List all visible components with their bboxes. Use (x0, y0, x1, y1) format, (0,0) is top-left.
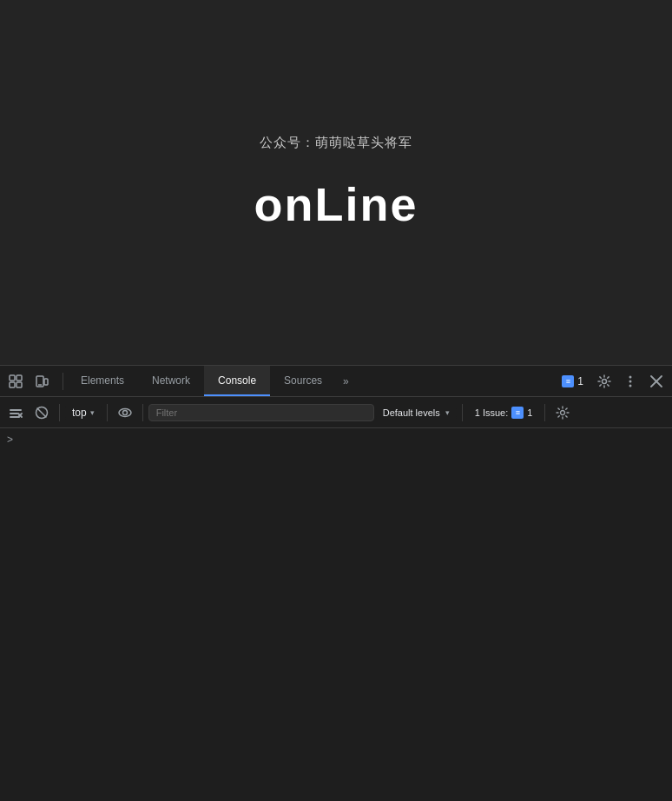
levels-chevron-icon: ▾ (445, 408, 450, 417)
svg-point-9 (629, 380, 632, 382)
inspect-icon[interactable] (3, 369, 28, 394)
console-toolbar: top ▾ Default levels ▾ 1 Issue: ≡ 1 (0, 397, 672, 428)
svg-point-22 (561, 410, 565, 414)
devtools-left-icons (3, 369, 54, 394)
svg-rect-14 (10, 413, 18, 414)
device-icon[interactable] (30, 369, 54, 394)
close-icon[interactable] (644, 369, 669, 394)
context-chevron-icon: ▾ (90, 408, 95, 417)
console-prompt-row: > (0, 432, 672, 447)
svg-point-8 (629, 375, 632, 378)
svg-rect-13 (10, 409, 22, 411)
tab-network[interactable]: Network (138, 366, 204, 396)
console-content: > (0, 428, 672, 801)
toolbar-divider-1 (59, 404, 60, 421)
issues-count-icon: ≡ (511, 407, 524, 419)
tabs-list: Elements Network Console Sources » (67, 366, 555, 396)
devtools-tabbar: Elements Network Console Sources » ≡ 1 (0, 366, 672, 397)
tab-more-button[interactable]: » (336, 366, 356, 396)
levels-selector[interactable]: Default levels ▾ (376, 406, 457, 420)
block-icon[interactable] (30, 400, 54, 425)
filter-input[interactable] (148, 404, 374, 421)
devtools-panel: Elements Network Console Sources » ≡ 1 (0, 365, 672, 801)
eye-icon[interactable] (113, 400, 137, 425)
tabbar-divider (63, 373, 63, 390)
page-content: 公众号：萌萌哒草头将军 onLine (0, 0, 672, 365)
levels-label: Default levels (383, 407, 440, 418)
svg-point-21 (122, 410, 127, 414)
tab-elements[interactable]: Elements (67, 366, 138, 396)
filter-input-wrap (148, 404, 374, 421)
context-selector[interactable]: top ▾ (65, 405, 102, 420)
issues-count: 1 (527, 407, 532, 418)
console-prompt-icon: > (7, 434, 13, 446)
settings-icon[interactable] (592, 369, 616, 394)
main-title: onLine (254, 177, 418, 231)
tab-console[interactable]: Console (204, 366, 270, 396)
svg-rect-1 (16, 375, 22, 381)
toolbar-divider-2 (107, 404, 108, 421)
toolbar-divider-5 (544, 404, 545, 421)
issues-badge-button[interactable]: 1 Issue: ≡ 1 (468, 405, 540, 420)
svg-rect-2 (10, 382, 15, 387)
toolbar-divider-4 (462, 404, 463, 421)
issues-text: 1 Issue: (475, 407, 509, 418)
context-label: top (72, 407, 87, 419)
console-badge-button[interactable]: ≡ 1 (555, 374, 590, 389)
svg-line-19 (37, 408, 46, 417)
wechat-label: 公众号：萌萌哒草头将军 (260, 135, 412, 151)
clear-console-button[interactable] (3, 400, 28, 425)
svg-rect-5 (44, 379, 48, 385)
console-badge-count: 1 (577, 375, 583, 387)
console-settings-icon[interactable] (550, 400, 575, 425)
devtools-right-icons: ≡ 1 (555, 369, 669, 394)
svg-point-10 (629, 384, 632, 387)
more-icon[interactable] (618, 369, 642, 394)
svg-rect-3 (16, 382, 22, 387)
tab-sources[interactable]: Sources (270, 366, 336, 396)
console-badge-icon: ≡ (562, 375, 574, 387)
toolbar-divider-3 (142, 404, 143, 421)
svg-rect-0 (10, 375, 15, 381)
svg-point-7 (603, 379, 607, 383)
